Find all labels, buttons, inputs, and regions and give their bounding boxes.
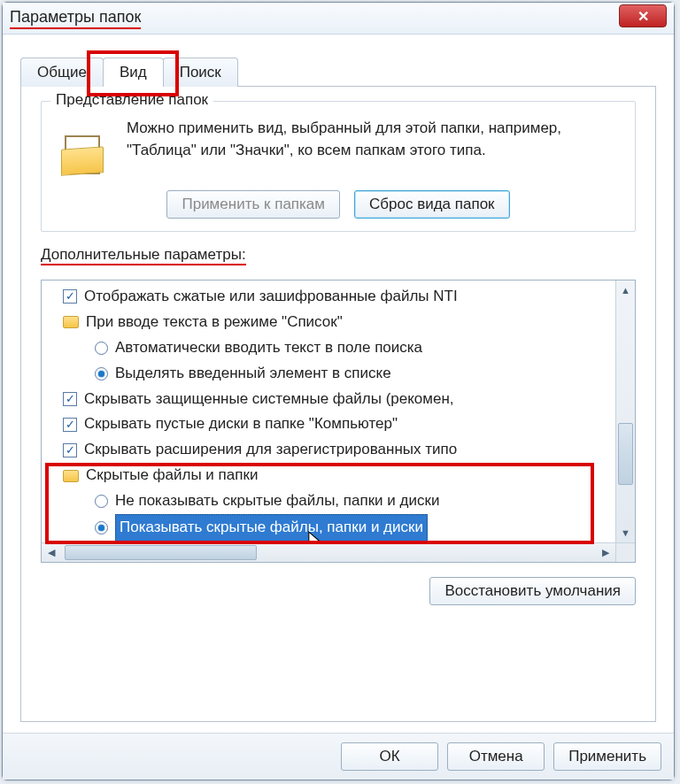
folder-icon	[63, 470, 79, 482]
radio-icon[interactable]	[95, 495, 108, 508]
opt-hide-empty-drives[interactable]: Скрывать пустые диски в папке "Компьютер…	[47, 411, 610, 437]
close-icon: ✕	[638, 8, 649, 25]
radio-icon[interactable]	[95, 367, 108, 380]
scrollbar-corner	[615, 542, 635, 562]
apply-button[interactable]: Применить	[553, 742, 661, 771]
opt-ntfs-colors[interactable]: Отображать сжатые или зашифрованные файл…	[47, 284, 610, 310]
vscroll-thumb[interactable]	[618, 423, 633, 486]
checkbox-icon[interactable]	[63, 392, 77, 406]
checkbox-icon[interactable]	[63, 418, 77, 432]
folder-presentation-icon	[54, 118, 111, 174]
ok-button[interactable]: ОК	[341, 742, 438, 771]
tab-strip: Общие Вид Поиск	[20, 58, 656, 87]
advanced-label: Дополнительные параметры:	[41, 246, 636, 265]
cancel-button[interactable]: Отмена	[447, 742, 545, 771]
vertical-scrollbar[interactable]: ▲ ▼	[615, 281, 635, 542]
folder-icon	[63, 316, 79, 328]
titlebar: Параметры папок ✕	[3, 3, 674, 35]
folder-views-group: Представление папок Можно применить вид,…	[41, 101, 636, 232]
folder-views-text: Можно применить вид, выбранный для этой …	[127, 118, 622, 161]
hscroll-track[interactable]	[61, 543, 596, 562]
scroll-right-icon[interactable]: ▶	[596, 543, 615, 562]
advanced-settings-tree[interactable]: Отображать сжатые или зашифрованные файл…	[41, 280, 636, 563]
horizontal-scrollbar[interactable]: ◀ ▶	[42, 542, 615, 562]
radio-icon[interactable]	[95, 521, 108, 534]
selected-option-label: Показывать скрытые файлы, папки и диски	[115, 514, 428, 542]
opt-type-in-list-group[interactable]: При вводе текста в режиме "Список"	[47, 310, 610, 335]
opt-hide-extensions[interactable]: Скрывать расширения для зарегистрированн…	[47, 437, 610, 463]
tab-general[interactable]: Общие	[20, 58, 104, 87]
opt-dont-show-hidden[interactable]: Не показывать скрытые файлы, папки и дис…	[47, 488, 610, 514]
scroll-up-icon[interactable]: ▲	[616, 281, 635, 300]
dialog-button-bar: ОК Отмена Применить	[3, 733, 674, 780]
folder-options-dialog: Параметры папок ✕ Общие Вид Поиск Предст…	[2, 2, 675, 780]
checkbox-icon[interactable]	[63, 289, 77, 304]
scroll-down-icon[interactable]: ▼	[616, 523, 635, 542]
scroll-left-icon[interactable]: ◀	[42, 543, 61, 562]
hscroll-thumb[interactable]	[65, 545, 257, 560]
folder-views-legend: Представление папок	[50, 91, 213, 109]
tree-content: Отображать сжатые или зашифрованные файл…	[42, 281, 615, 542]
restore-defaults-button[interactable]: Восстановить умолчания	[429, 577, 636, 605]
checkbox-icon[interactable]	[63, 443, 77, 457]
opt-hidden-files-group[interactable]: Скрытые файлы и папки	[47, 463, 610, 488]
client-area: Общие Вид Поиск Представление папок Можн…	[3, 35, 674, 733]
tab-view-panel: Представление папок Можно применить вид,…	[20, 86, 656, 722]
window-title: Параметры папок	[10, 8, 619, 29]
opt-select-typed[interactable]: Выделять введенный элемент в списке	[47, 361, 610, 387]
radio-icon[interactable]	[95, 342, 108, 355]
apply-to-folders-button[interactable]: Применить к папкам	[166, 190, 340, 219]
tab-search[interactable]: Поиск	[163, 58, 238, 87]
reset-folders-button[interactable]: Сброс вида папок	[354, 190, 510, 219]
vscroll-track[interactable]	[616, 300, 635, 523]
opt-hide-protected[interactable]: Скрывать защищенные системные файлы (рек…	[47, 387, 610, 412]
close-button[interactable]: ✕	[619, 4, 667, 27]
opt-auto-type[interactable]: Автоматически вводить текст в поле поиск…	[47, 335, 610, 361]
opt-show-hidden[interactable]: Показывать скрытые файлы, папки и диски	[47, 514, 610, 542]
tab-view[interactable]: Вид	[103, 58, 164, 87]
